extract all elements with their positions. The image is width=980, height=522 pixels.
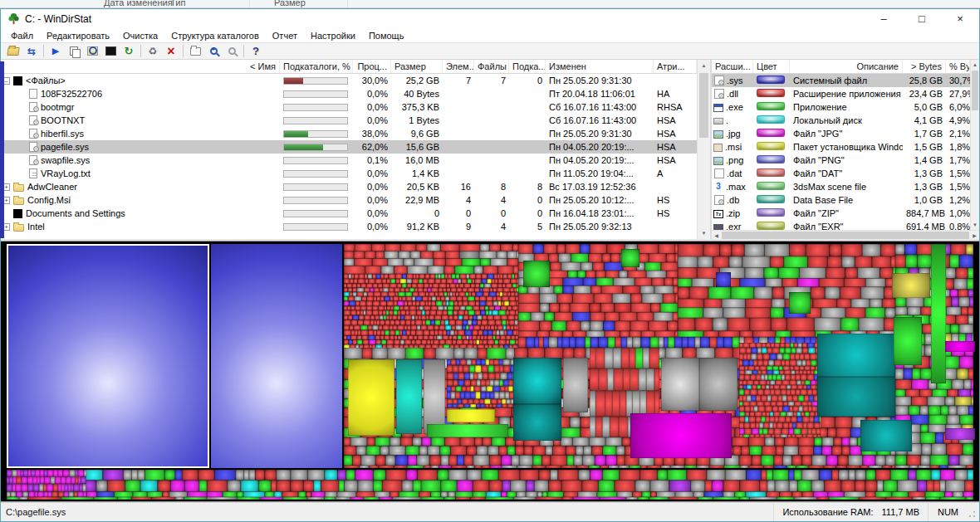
tree-row[interactable]: + Config.Msi 0,0% 22,9 MB 4 4 0 Пн 25.05…: [1, 193, 697, 207]
extension-column-header[interactable]: Цвет: [753, 60, 790, 73]
scroll-left-icon[interactable]: ◀: [712, 232, 721, 238]
tree-column-header[interactable]: Элем...: [443, 60, 474, 73]
extension-description: Локальный диск: [790, 115, 903, 125]
tree-row[interactable]: BOOTNXT 0,0% 1 Bytes Сб 16.07.16 11:43:0…: [1, 114, 697, 127]
filetype-icon: [713, 118, 723, 124]
filetype-icon: [714, 89, 724, 99]
tree-row[interactable]: + AdwCleaner 0,0% 20,5 KB 16 8 8 Вс 17.0…: [1, 180, 697, 193]
tree-column-header[interactable]: < Имя: [1, 60, 280, 73]
open-folder-icon: [7, 47, 19, 56]
scroll-down-icon[interactable]: ▼: [971, 220, 979, 230]
menu-item[interactable]: Настройки: [304, 30, 362, 41]
play-button[interactable]: [47, 43, 65, 59]
tree-column-header[interactable]: Проц...: [353, 60, 391, 73]
extension-column-header[interactable]: > Bytes: [903, 60, 946, 73]
explorer-button[interactable]: [83, 43, 101, 59]
percent-value: 0,0%: [353, 195, 391, 205]
tree-row[interactable]: – <Файлы> 30,0% 25,2 GB 7 7 0 Пн 25.05.2…: [1, 74, 697, 87]
extension-description: Системный файл: [790, 76, 903, 85]
tree-row[interactable]: bootmgr 0,0% 375,3 KB Сб 16.07.16 11:43:…: [1, 100, 697, 114]
percent-value: 0,0%: [353, 182, 391, 192]
help-button[interactable]: [247, 43, 265, 59]
scroll-up-icon[interactable]: ▲: [698, 60, 710, 71]
extension-row[interactable]: .jpg Файл "JPG" 1,7 GB 2,1%: [712, 127, 970, 140]
tree-column-header[interactable]: Подкаталоги, %: [280, 60, 353, 73]
extension-row[interactable]: .png Файл "PNG" 1,4 GB 1,7%: [712, 154, 970, 167]
tree-row[interactable]: swapfile.sys 0,1% 16,0 MB Пн 04.05.20 20…: [1, 154, 697, 167]
treemap[interactable]: [5, 242, 975, 501]
maximize-button[interactable]: □: [903, 9, 941, 28]
zoom-in-button[interactable]: [204, 43, 223, 59]
extension-row[interactable]: .dll Расширение приложения 23,4 GB 27,9%: [712, 87, 970, 100]
size-value: 0: [391, 208, 443, 218]
resize-grip[interactable]: [968, 503, 979, 521]
extension-row[interactable]: .msi Пакет установщика Windo... 1,5 GB 1…: [712, 140, 970, 154]
extension-row[interactable]: .db Data Base File 1,0 GB 1,2%: [712, 193, 970, 207]
menu-item[interactable]: Структура каталогов: [164, 30, 266, 41]
items-value: 7: [443, 76, 474, 85]
new-folder-button[interactable]: [186, 43, 204, 59]
tree-vertical-scrollbar[interactable]: ▲ ▼: [697, 60, 710, 239]
extension-column-header[interactable]: % By...: [946, 60, 970, 73]
extension-row[interactable]: 3 .max 3dsMax scene file 1,3 GB 1,5%: [712, 180, 970, 193]
directory-tree-panel: < ИмяПодкаталоги, %Проц...РазмерЭлем...Ф…: [1, 60, 712, 239]
extension-row[interactable]: .exe Приложение 5,0 GB 6,0%: [712, 100, 970, 114]
cmd-button[interactable]: [101, 43, 120, 59]
scrollbar-thumb[interactable]: [722, 232, 969, 239]
tree-row[interactable]: VRayLog.txt 0,0% 1,4 KB Пн 11.05.20 19:0…: [1, 167, 697, 180]
scroll-down-icon[interactable]: ▼: [698, 227, 710, 239]
filetype-icon: [714, 76, 724, 85]
extension-row[interactable]: .sys Системный файл 25,8 GB 30,7%: [712, 74, 970, 87]
minimize-button[interactable]: –: [865, 9, 903, 28]
subtree-percentage-bar: [283, 130, 348, 138]
tree-row[interactable]: 108F32522706 0,0% 40 Bytes Пт 20.04.18 1…: [1, 87, 697, 100]
tree-column-header[interactable]: Файлы: [474, 60, 509, 73]
tree-column-header[interactable]: Размер: [391, 60, 443, 73]
extension-row[interactable]: .exr Файл "EXR" 691,4 MB 0,8%: [712, 220, 970, 230]
tree-row[interactable]: pagefile.sys 62,0% 15,6 GB Пн 04.05.20 2…: [1, 140, 697, 154]
scrollbar-thumb[interactable]: [699, 73, 708, 138]
tree-column-header[interactable]: Подка...: [509, 60, 546, 73]
extension-row[interactable]: 7z .zip Файл "ZIP" 884,7 MB 1,0%: [712, 207, 970, 220]
menu-item[interactable]: Очистка: [116, 30, 164, 41]
scroll-right-icon[interactable]: ▶: [970, 232, 979, 238]
extension-column-header[interactable]: Расши...: [712, 60, 753, 73]
close-button[interactable]: ×: [941, 9, 979, 28]
extension-percent: 4,9%: [946, 115, 970, 125]
zoom-out-button[interactable]: [223, 43, 241, 59]
cmd-icon: [105, 46, 116, 56]
menu-item[interactable]: Редактировать: [40, 30, 116, 41]
extension-row[interactable]: . Локальный диск 4,1 GB 4,9%: [712, 114, 970, 127]
reload-button[interactable]: [120, 43, 138, 59]
bg-column-divider: [249, 0, 250, 8]
tree-column-header[interactable]: Атри...: [654, 60, 697, 73]
extension-row[interactable]: .dat Файл "DAT" 1,3 GB 1,5%: [712, 167, 970, 180]
scrollbar-thumb[interactable]: [972, 71, 978, 110]
open-folder-button[interactable]: [4, 43, 22, 59]
color-swatch: [757, 115, 785, 124]
modified-value: Пт 20.04.18 11:06:01: [546, 89, 654, 99]
percent-value: 0,0%: [353, 102, 391, 112]
tree-row[interactable]: hiberfil.sys 38,0% 9,6 GB Пн 25.05.20 9:…: [1, 127, 697, 140]
extension-column-header[interactable]: Описание: [790, 60, 903, 73]
copy-button[interactable]: [65, 43, 83, 59]
color-swatch: [757, 168, 785, 177]
extensions-horizontal-scrollbar[interactable]: ◀ ▶: [712, 230, 979, 239]
titlebar[interactable]: C: - WinDirStat –□×: [1, 9, 979, 28]
tree-column-header[interactable]: Изменен: [546, 60, 654, 73]
menu-item[interactable]: Файл: [4, 30, 40, 41]
tree-row[interactable]: Documents and Settings 0,0% 0 0 0 0 Пн 1…: [1, 207, 697, 220]
refresh-selected-button[interactable]: [22, 43, 41, 59]
recycle-bin-button[interactable]: [144, 43, 162, 59]
extensions-vertical-scrollbar[interactable]: ▲ ▼: [970, 60, 979, 230]
menu-item[interactable]: Помощь: [362, 30, 411, 41]
menu-item[interactable]: Отчет: [266, 30, 304, 41]
scroll-up-icon[interactable]: ▲: [971, 60, 979, 70]
percent-value: 0,0%: [353, 208, 391, 218]
files-value: 4: [474, 222, 509, 232]
tree-rows: – <Файлы> 30,0% 25,2 GB 7 7 0 Пн 25.05.2…: [1, 74, 697, 233]
subtree-percentage-bar: [283, 77, 348, 85]
delete-button[interactable]: [162, 43, 180, 59]
subdirs-value: 8: [509, 182, 546, 192]
tree-row[interactable]: + Intel 0,0% 91,2 KB 9 4 5 Пн 25.05.20 9…: [1, 220, 697, 233]
